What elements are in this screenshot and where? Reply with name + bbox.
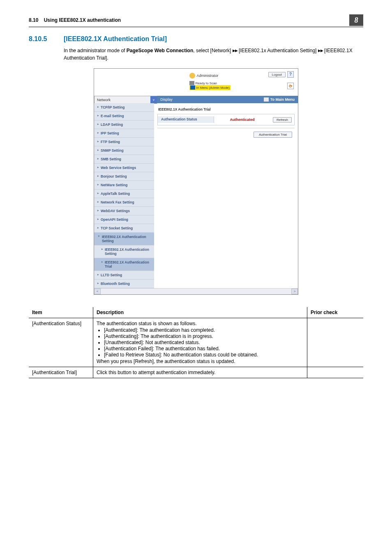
sidebar-item-openapi[interactable]: ▸OpenAPI Setting [94,215,154,224]
help-button[interactable]: ? [287,71,294,78]
chapter-badge: 8 [349,14,363,26]
scroll-right-icon[interactable]: > [291,289,298,294]
printer-icon [189,81,194,85]
subsection-title: [IEEE802.1X Authentication Trial] [64,35,167,43]
sidebar-item-label: NetWare Setting [101,183,127,187]
sidebar-item-label: LLTD Setting [101,273,122,277]
admin-icon [189,73,195,79]
sidebar-item-networkfax[interactable]: ▸Network Fax Setting [94,198,154,207]
sidebar-item-label: TCP Socket Setting [101,226,133,230]
sidebar-item-label: WebDAV Settings [101,209,130,213]
sidebar-item-label: E-mail Setting [101,114,124,118]
list-item: [Authentication Failed]: The authenticat… [104,346,304,352]
home-icon [264,97,269,102]
app-screenshot: Administrator Ready to Scan In Menu (Adm… [94,68,298,295]
sidebar-item-label: LDAP Setting [101,123,123,127]
prior-cell [307,367,364,378]
sidebar-item-label: IEEE802.1X Authentication Setting [105,247,151,256]
side-nav: ▸TCP/IP Setting ▸E-mail Setting ▸LDAP Se… [94,103,154,288]
to-main-menu-button[interactable]: To Main Menu [261,96,298,103]
logout-button[interactable]: Logout [268,72,286,77]
sidebar-item-label: Web Service Settings [101,166,136,170]
panel-title: IEEE802.1X Authentication Trial [158,107,294,111]
status-ready: Ready to Scan [196,81,217,85]
sidebar-item-bonjour[interactable]: ▸Bonjour Setting [94,172,154,181]
header-section-no: 8.10 [29,17,38,23]
item-cell: [Authentication Trial] [29,367,93,378]
sidebar-item-label: Bluetooth Setting [101,282,130,286]
list-item: [Authenticated]: The authentication has … [104,327,304,333]
intro-pre: In the administrator mode of [64,48,127,53]
list-item: [Unauthenticated]: Not authenticated sta… [104,340,304,345]
description-table: Item Description Prior check [Authentica… [29,307,363,378]
sidebar-item-tcpsocket[interactable]: ▸TCP Socket Setting [94,224,154,233]
prior-cell [307,318,364,367]
sidebar-item-ieee8021x-trial[interactable]: ▸IEEE802.1X Authentication Trial [94,258,154,271]
refresh-icon[interactable]: ⟳ [287,83,294,89]
menu-icon [190,86,195,90]
sidebar-item-snmp[interactable]: ▸SNMP Setting [94,146,154,155]
sidebar-item-bluetooth[interactable]: ▸Bluetooth Setting [94,280,154,288]
horizontal-scrollbar[interactable]: < > [94,288,298,294]
sidebar-item-label: AppleTalk Setting [101,192,130,196]
category-select[interactable]: Network v [94,96,157,103]
scroll-left-icon[interactable]: < [94,289,101,294]
auth-status-label: Authentication Status [158,116,214,123]
refresh-button[interactable]: Refresh [273,117,292,123]
sidebar-item-label: IEEE802.1X Authentication Trial [105,260,151,268]
sidebar-item-label: TCP/IP Setting [101,105,125,109]
to-main-menu-label: To Main Menu [270,97,295,102]
sidebar-item-email[interactable]: ▸E-mail Setting [94,112,154,120]
role-label: Administrator [197,74,219,78]
sidebar-item-ieee8021x[interactable]: ▼IEEE802.1X Authentication Setting [94,233,154,245]
auth-status-value: Authenticated [214,118,270,122]
sidebar-item-tcpip[interactable]: ▸TCP/IP Setting [94,103,154,112]
intro-paragraph: In the administrator mode of PageScope W… [64,47,363,62]
list-item: [Authenticating]: The authentication is … [104,333,304,339]
arrow-icon: ▶▶ [233,48,238,54]
sidebar-item-webdav[interactable]: ▸WebDAV Settings [94,207,154,215]
desc-intro: The authentication status is shown as fo… [97,321,196,326]
col-description: Description [93,307,307,318]
desc-cell: The authentication status is shown as fo… [93,318,307,367]
table-row: [Authentication Trial] Click this button… [29,367,363,378]
sidebar-item-appletalk[interactable]: ▸AppleTalk Setting [94,190,154,198]
list-item: [Failed to Retrieve Status]: No authenti… [104,352,304,358]
sidebar-item-webservice[interactable]: ▸Web Service Settings [94,164,154,172]
status-menu: In Menu (Admin Mode) [196,86,230,90]
desc-cell: Click this button to attempt authenticat… [93,367,307,378]
sidebar-item-label: IEEE802.1X Authentication Setting [102,235,151,243]
intro-bold: PageScope Web Connection [127,48,193,53]
subsection-number: 8.10.5 [29,35,64,43]
intro-path2: [IEEE802.1x Authentication Setting] [238,48,318,53]
sidebar-item-netware[interactable]: ▸NetWare Setting [94,181,154,190]
auth-trial-button[interactable]: Authentication Trial [254,132,292,138]
display-button[interactable]: Display [157,96,176,103]
sidebar-item-ldap[interactable]: ▸LDAP Setting [94,120,154,129]
desc-after: When you press [Refresh], the authentica… [97,358,235,364]
item-cell: [Authentication Status] [29,318,93,367]
intro-mid: , select [Network] [193,48,232,53]
sidebar-item-smb[interactable]: ▸SMB Setting [94,155,154,164]
sidebar-item-label: IPP Setting [101,131,119,135]
sidebar-item-lltd[interactable]: ▸LLTD Setting [94,271,154,280]
sidebar-item-label: SNMP Setting [101,148,124,153]
sidebar-item-ieee8021x-setting[interactable]: ▸IEEE802.1X Authentication Setting [94,245,154,258]
arrow-icon: ▶▶ [318,48,323,54]
category-select-label: Network [97,98,111,102]
col-prior-check: Prior check [307,307,364,318]
sidebar-item-ftp[interactable]: ▸FTP Setting [94,138,154,146]
sidebar-item-label: Network Fax Setting [101,200,134,204]
sidebar-item-label: Bonjour Setting [101,174,127,178]
sidebar-item-label: FTP Setting [101,140,120,144]
chevron-down-icon: v [150,96,157,104]
sidebar-item-label: OpenAPI Setting [101,217,128,222]
header-section-title: Using IEEE802.1X authentication [44,17,121,23]
col-item: Item [29,307,93,318]
sidebar-item-label: SMB Setting [101,157,121,161]
table-row: [Authentication Status] The authenticati… [29,318,363,367]
sidebar-item-ipp[interactable]: ▸IPP Setting [94,129,154,138]
